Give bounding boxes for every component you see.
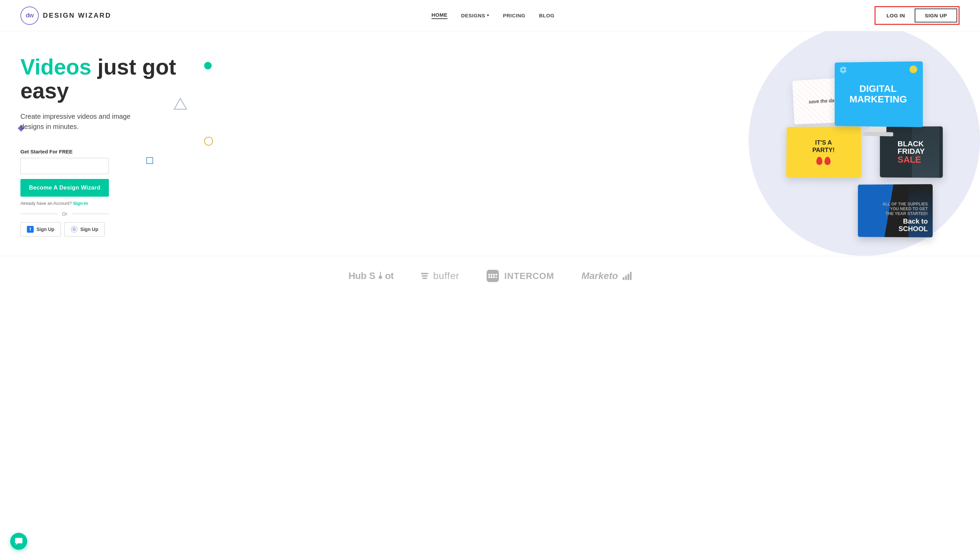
marketo-text: Marketo bbox=[582, 270, 618, 282]
nav-home[interactable]: HOME bbox=[432, 12, 447, 19]
facebook-signup-button[interactable]: f Sign Up bbox=[20, 222, 61, 237]
party-card: IT'S APARTY! bbox=[786, 127, 861, 178]
chat-icon bbox=[15, 538, 23, 545]
signin-link[interactable]: Sign-In bbox=[73, 201, 88, 206]
hubspot-spot: S bbox=[369, 270, 376, 282]
chat-bubble-button[interactable] bbox=[10, 533, 27, 550]
or-text: Or bbox=[62, 211, 67, 217]
main-nav: HOME DESIGNS PRICING BLOG bbox=[432, 12, 554, 19]
header: dw DESIGN WIZARD HOME DESIGNS PRICING BL… bbox=[0, 0, 980, 31]
buffer-bar-bot bbox=[422, 278, 427, 279]
bf-sale: SALE bbox=[898, 155, 925, 164]
buffer-bar-mid bbox=[422, 275, 428, 277]
google-signup-button[interactable]: G Sign Up bbox=[64, 222, 105, 237]
nav-pricing[interactable]: PRICING bbox=[503, 13, 525, 18]
school-text-group: ALL OF THE SUPPLIESYOU NEED TO GETTHE YE… bbox=[882, 202, 928, 233]
bf-text-group: BLACKFRIDAY SALE bbox=[898, 140, 925, 164]
design-cards: save the date DIGITALMARKETING bbox=[197, 52, 960, 242]
marketo-bars-icon bbox=[623, 272, 632, 280]
intercom-grid bbox=[487, 273, 498, 279]
hubspot-text: Hub bbox=[348, 270, 367, 282]
school-supplies-text: ALL OF THE SUPPLIESYOU NEED TO GETTHE YE… bbox=[882, 202, 928, 216]
hubspot-logo: Hub S ot bbox=[348, 270, 394, 282]
auth-button-group: LOG IN SIGN UP bbox=[875, 6, 960, 25]
nav-blog[interactable]: BLOG bbox=[539, 13, 554, 18]
svg-rect-3 bbox=[15, 538, 22, 543]
hubspot-dot-icon bbox=[378, 271, 382, 281]
monitor-base bbox=[863, 132, 893, 137]
become-wizard-button[interactable]: Become A Design Wizard bbox=[20, 179, 109, 197]
login-button[interactable]: LOG IN bbox=[877, 9, 915, 22]
lightbulb-icon bbox=[910, 66, 917, 73]
buffer-icon bbox=[421, 273, 428, 279]
gear-icon bbox=[839, 66, 847, 74]
monitor-screen: DIGITALMARKETING bbox=[837, 63, 921, 125]
hubspot-ot: ot bbox=[385, 270, 394, 282]
buffer-bar-top bbox=[421, 273, 428, 274]
get-started-label: Get Started For FREE bbox=[20, 149, 197, 155]
back-to-school-card: ALL OF THE SUPPLIESYOU NEED TO GETTHE YE… bbox=[858, 184, 933, 237]
intercom-icon bbox=[487, 270, 499, 282]
balloon-red2 bbox=[825, 157, 831, 165]
logo[interactable]: dw DESIGN WIZARD bbox=[20, 7, 111, 25]
intercom-logo: INTERCOM bbox=[487, 270, 554, 282]
logo-text: DESIGN WIZARD bbox=[43, 12, 111, 19]
signin-prompt: Already have an Account? Sign-In bbox=[20, 201, 197, 206]
hero-illustration: save the date DIGITALMARKETING bbox=[197, 52, 960, 242]
hero-title-highlight: Videos bbox=[20, 55, 92, 79]
bf-title: BLACKFRIDAY bbox=[898, 140, 925, 155]
marketo-logo: Marketo bbox=[582, 270, 632, 282]
buffer-logo: buffer bbox=[421, 270, 459, 282]
nav-designs[interactable]: DESIGNS bbox=[461, 13, 489, 18]
or-divider: Or bbox=[20, 211, 109, 217]
balloon-group bbox=[816, 157, 831, 165]
intercom-text: INTERCOM bbox=[504, 271, 554, 282]
hero-title: Videos just got easy bbox=[20, 55, 197, 103]
hero-content: Videos just got easy Create impressive v… bbox=[20, 52, 197, 237]
school-title: Back toSCHOOL bbox=[882, 217, 928, 233]
digital-marketing-card: DIGITALMARKETING bbox=[835, 61, 923, 127]
digital-marketing-text: DIGITALMARKETING bbox=[850, 84, 907, 105]
hero-section: Videos just got easy Create impressive v… bbox=[0, 31, 980, 256]
email-input[interactable] bbox=[20, 158, 109, 174]
party-card-text: IT'S APARTY! bbox=[812, 139, 835, 154]
hero-subtitle: Create impressive videos and imagedesign… bbox=[20, 111, 197, 132]
partners-section: Hub S ot buffer bbox=[0, 256, 980, 299]
chevron-down-icon bbox=[487, 15, 489, 16]
facebook-icon: f bbox=[27, 226, 34, 233]
signup-button[interactable]: SIGN UP bbox=[915, 8, 957, 22]
google-icon: G bbox=[71, 226, 78, 233]
logo-icon: dw bbox=[20, 7, 39, 25]
balloon-red bbox=[816, 157, 822, 165]
svg-point-1 bbox=[379, 276, 382, 279]
buffer-text: buffer bbox=[433, 270, 459, 282]
social-signup-buttons: f Sign Up G Sign Up bbox=[20, 222, 197, 237]
